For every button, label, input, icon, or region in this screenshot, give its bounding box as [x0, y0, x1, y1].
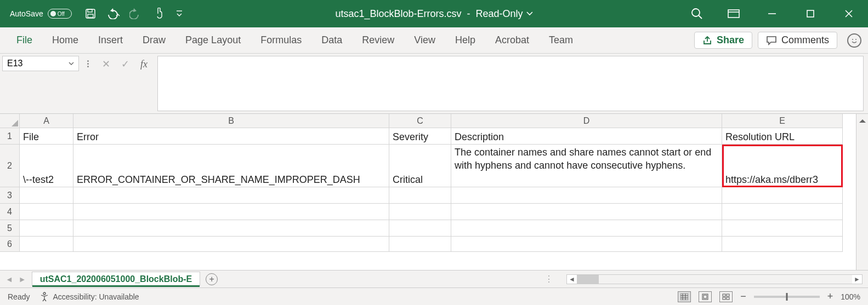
- tab-formulas[interactable]: Formulas: [251, 34, 311, 46]
- cell-D5[interactable]: [451, 220, 722, 237]
- cell-E2[interactable]: https://aka.ms/dberr3: [722, 145, 843, 187]
- cell-C6[interactable]: [389, 237, 451, 252]
- new-sheet-button[interactable]: +: [206, 273, 218, 285]
- tab-home[interactable]: Home: [42, 34, 88, 46]
- enter-formula-button[interactable]: ✓: [121, 58, 129, 70]
- minimize-button[interactable]: [753, 0, 791, 27]
- cell-D6[interactable]: [451, 237, 722, 252]
- col-header-A[interactable]: A: [20, 114, 73, 128]
- col-header-C[interactable]: C: [389, 114, 451, 128]
- zoom-out-button[interactable]: −: [740, 291, 746, 302]
- redo-button[interactable]: [129, 6, 144, 21]
- tab-team[interactable]: Team: [539, 34, 583, 46]
- scroll-up-icon[interactable]: [859, 116, 866, 123]
- undo-button[interactable]: [106, 6, 121, 21]
- cell-C1[interactable]: Severity: [389, 128, 451, 145]
- cell-C3[interactable]: [389, 187, 451, 204]
- tab-split-handle[interactable]: ⋮: [544, 274, 554, 284]
- cell-C5[interactable]: [389, 220, 451, 237]
- cell-A6[interactable]: [20, 237, 73, 252]
- search-icon[interactable]: [690, 7, 704, 20]
- cell-D4[interactable]: [451, 204, 722, 220]
- col-header-B[interactable]: B: [73, 114, 389, 128]
- sheet-tab-active[interactable]: utSAC1_202006051000_BlockBlob-E: [32, 272, 200, 286]
- tab-view[interactable]: View: [404, 34, 445, 46]
- tab-draw[interactable]: Draw: [133, 34, 175, 46]
- row-header-5[interactable]: 5: [0, 220, 20, 237]
- tab-insert[interactable]: Insert: [88, 34, 133, 46]
- cell-E1[interactable]: Resolution URL: [722, 128, 843, 145]
- tab-page-layout[interactable]: Page Layout: [175, 34, 251, 46]
- cell-D3[interactable]: [451, 187, 722, 204]
- zoom-in-button[interactable]: +: [827, 291, 833, 302]
- cell-E6[interactable]: [722, 237, 843, 252]
- formula-input[interactable]: [157, 56, 864, 111]
- cell-A5[interactable]: [20, 220, 73, 237]
- zoom-slider[interactable]: [754, 296, 820, 298]
- cell-A2[interactable]: \--test2: [20, 145, 73, 187]
- row-header-1[interactable]: 1: [0, 128, 20, 145]
- name-box[interactable]: E13: [2, 56, 79, 71]
- close-button[interactable]: [830, 0, 868, 27]
- accessibility-status[interactable]: Accessibility: Unavailable: [39, 292, 139, 302]
- cell-D2[interactable]: The container names and share names cann…: [451, 145, 722, 187]
- qat-dropdown-icon[interactable]: [175, 6, 184, 21]
- view-page-layout-button[interactable]: [699, 291, 712, 302]
- horizontal-scrollbar[interactable]: ◄ ►: [566, 274, 863, 284]
- feedback-button[interactable]: [847, 33, 861, 48]
- spreadsheet-grid[interactable]: A B C D E 1 File Error Severity Descript…: [0, 114, 843, 270]
- vertical-scrollbar[interactable]: [856, 114, 868, 270]
- cell-C2[interactable]: Critical: [389, 145, 451, 187]
- cell-D1[interactable]: Description: [451, 128, 722, 145]
- share-label: Share: [717, 34, 744, 46]
- namebox-resize-handle[interactable]: [86, 56, 90, 67]
- autosave-toggle[interactable]: Off: [48, 9, 72, 19]
- zoom-level[interactable]: 100%: [841, 292, 860, 301]
- accessibility-icon: [39, 292, 49, 302]
- col-header-D[interactable]: D: [451, 114, 722, 128]
- tab-help[interactable]: Help: [445, 34, 485, 46]
- sheet-next-button[interactable]: ►: [19, 275, 26, 284]
- cell-B2[interactable]: ERROR_CONTAINER_OR_SHARE_NAME_IMPROPER_D…: [73, 145, 389, 187]
- comments-button[interactable]: Comments: [758, 32, 837, 49]
- sheet-prev-button[interactable]: ◄: [5, 275, 13, 284]
- cell-B5[interactable]: [73, 220, 389, 237]
- cell-B1[interactable]: Error: [73, 128, 389, 145]
- cell-A1[interactable]: File: [20, 128, 73, 145]
- select-all-corner[interactable]: [0, 114, 20, 128]
- tab-file[interactable]: File: [7, 34, 42, 46]
- hscroll-right-icon[interactable]: ►: [852, 275, 862, 283]
- tab-data[interactable]: Data: [311, 34, 352, 46]
- row-header-4[interactable]: 4: [0, 204, 20, 220]
- ribbon-display-button[interactable]: [714, 0, 753, 27]
- cell-A4[interactable]: [20, 204, 73, 220]
- cell-B3[interactable]: [73, 187, 389, 204]
- cell-E5[interactable]: [722, 220, 843, 237]
- touch-mode-button[interactable]: [152, 6, 167, 21]
- col-header-E[interactable]: E: [722, 114, 843, 128]
- row-header-3[interactable]: 3: [0, 187, 20, 204]
- cell-E4[interactable]: [722, 204, 843, 220]
- hscroll-track[interactable]: [577, 275, 852, 284]
- hscroll-left-icon[interactable]: ◄: [567, 275, 577, 283]
- hscroll-thumb[interactable]: [577, 275, 599, 284]
- tab-review[interactable]: Review: [352, 34, 404, 46]
- cell-B4[interactable]: [73, 204, 389, 220]
- cell-E3[interactable]: [722, 187, 843, 204]
- tab-acrobat[interactable]: Acrobat: [485, 34, 539, 46]
- view-normal-button[interactable]: [678, 291, 691, 302]
- row-header-6[interactable]: 6: [0, 237, 20, 252]
- read-only-dropdown[interactable]: Read-Only: [476, 8, 533, 20]
- fx-icon[interactable]: fx: [140, 59, 147, 70]
- share-button[interactable]: Share: [694, 32, 752, 49]
- maximize-button[interactable]: [791, 0, 830, 27]
- view-page-break-button[interactable]: [719, 291, 733, 302]
- cancel-formula-button[interactable]: ✕: [102, 58, 110, 70]
- cell-A3[interactable]: [20, 187, 73, 204]
- sheet-nav: ◄ ►: [5, 275, 26, 284]
- svg-rect-2: [88, 14, 93, 18]
- row-header-2[interactable]: 2: [0, 145, 20, 187]
- cell-C4[interactable]: [389, 204, 451, 220]
- cell-B6[interactable]: [73, 237, 389, 252]
- save-icon[interactable]: [83, 6, 98, 21]
